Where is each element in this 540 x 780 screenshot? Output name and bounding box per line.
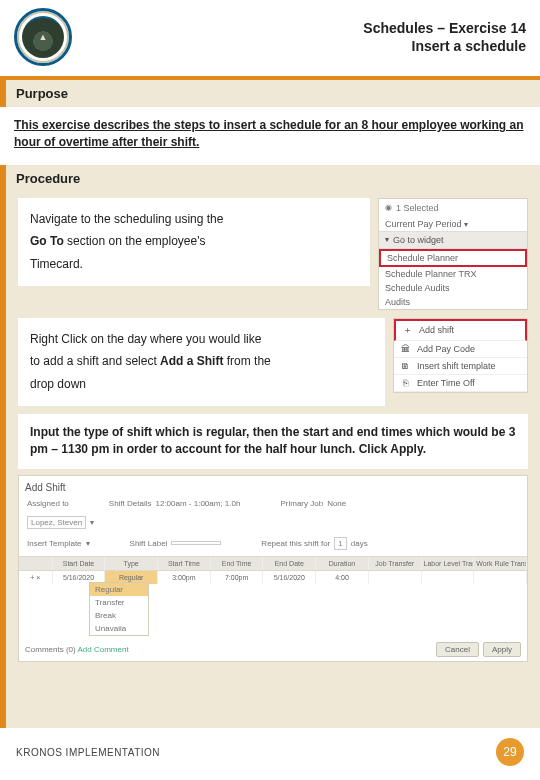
shift-label-field[interactable]: Shift Label [130,537,222,550]
purpose-text: This exercise describes the steps to ins… [0,107,540,165]
repeat-field[interactable]: Repeat this shift for 1 days [261,537,367,550]
menu-insert-template[interactable]: 🗎 Insert shift template [394,358,527,375]
procedure-body: Navigate to the scheduling using the Go … [0,188,540,728]
procedure-heading: Procedure [0,165,540,188]
insert-template-dropdown[interactable]: Insert Template ▾ [27,537,90,550]
screenshot-add-shift-dialog: Add Shift Assigned to Shift Details 12:0… [18,475,528,662]
comments-area: Comments (0) Add Comment [25,645,129,654]
shift-table-header: Start Date Type Start Time End Time End … [19,556,527,571]
type-option-transfer[interactable]: Transfer [90,596,148,609]
type-dropdown-open[interactable]: Regular Transfer Break Unavaila [89,582,149,636]
s2b: to add a shift and select [30,354,160,368]
title-line-2: Insert a schedule [363,37,526,55]
ss1-period: Current Pay Period ▾ [379,217,527,231]
person-icon: ◉ [385,203,392,212]
step-3-text: Input the type of shift which is regular… [18,414,528,469]
purpose-heading: Purpose [0,80,540,107]
goto-item-schedule-planner-trx[interactable]: Schedule Planner TRX [379,267,527,281]
title-line-1: Schedules – Exercise 14 [363,19,526,37]
page-title: Schedules – Exercise 14 Insert a schedul… [363,19,526,55]
goto-item-schedule-planner[interactable]: Schedule Planner [379,249,527,267]
s1d: Timecard. [30,257,83,271]
type-option-regular[interactable]: Regular [90,583,148,596]
ct-seal-logo: ▲ [14,8,72,66]
s1a: Navigate to the scheduling using the [30,212,223,226]
step-1-text: Navigate to the scheduling using the Go … [18,198,370,286]
s2d: from the [223,354,270,368]
footer-label: KRONOS IMPLEMENTATION [16,747,160,758]
shift-details-field: Shift Details 12:00am - 1:00am; 1.0h [109,499,241,508]
s1b: Go To [30,234,64,248]
plus-icon: ＋ [402,324,413,337]
s2a: Right Click on the day where you would l… [30,332,261,346]
primary-job-field: Primary Job None [280,499,346,508]
goto-item-schedule-audits[interactable]: Schedule Audits [379,281,527,295]
seal-inner: ▲ [22,16,64,58]
page-footer: KRONOS IMPLEMENTATION 29 [0,728,540,780]
screenshot-context-menu: ＋ Add shift 🏛 Add Pay Code 🗎 Insert shif… [393,318,528,393]
step-2-text: Right Click on the day where you would l… [18,318,385,406]
chevron-down-icon: ▾ [385,235,389,244]
page-number: 29 [496,738,524,766]
timeoff-icon: ⎘ [400,378,411,388]
s2e: drop down [30,377,86,391]
apply-button[interactable]: Apply [483,642,521,657]
s2c: Add a Shift [160,354,223,368]
cancel-button[interactable]: Cancel [436,642,479,657]
dropdown-icon: ▾ [464,220,468,229]
step-2-row: Right Click on the day where you would l… [18,318,528,406]
dropdown-icon: ▾ [86,539,90,548]
menu-add-pay-code[interactable]: 🏛 Add Pay Code [394,341,527,358]
add-comment-link[interactable]: Add Comment [77,645,128,654]
menu-add-shift[interactable]: ＋ Add shift [394,319,527,341]
screenshot-goto-widget: ◉ 1 Selected Current Pay Period ▾ ▾ Go t… [378,198,528,310]
assigned-to-value[interactable]: Lopez, Steven ▾ [27,516,94,529]
type-option-unavailable[interactable]: Unavaila [90,622,148,635]
dropdown-icon: ▾ [90,518,94,527]
template-icon: 🗎 [400,361,411,371]
dialog-title: Add Shift [19,480,527,497]
type-option-break[interactable]: Break [90,609,148,622]
assigned-to-field: Assigned to [27,499,69,508]
ss1-selected: ◉ 1 Selected [379,199,527,217]
goto-item-audits[interactable]: Audits [379,295,527,309]
step-1-row: Navigate to the scheduling using the Go … [18,198,528,310]
s1c: section on the employee's [64,234,206,248]
menu-enter-time-off[interactable]: ⎘ Enter Time Off [394,375,527,392]
bank-icon: 🏛 [400,344,411,354]
goto-widget-row[interactable]: ▾ Go to widget [379,231,527,249]
